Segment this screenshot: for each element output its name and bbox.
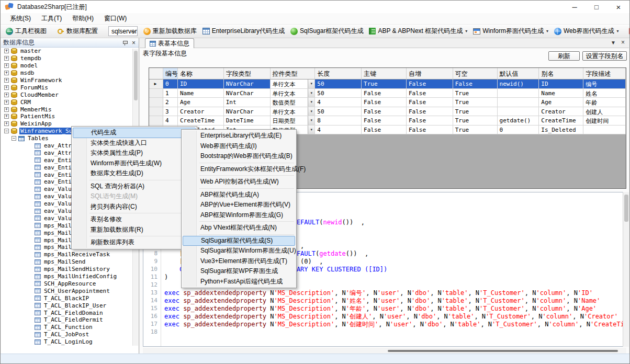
grid-cell[interactable]: 1 (163, 89, 178, 98)
submenu-item[interactable]: SqlSugar框架代码生成(S) (183, 236, 295, 246)
winform-codegen-button[interactable]: Winform界面代码生成 ▾ (471, 26, 550, 37)
submenu-item[interactable]: Web界面代码生成(I) (183, 141, 295, 152)
grid-cell[interactable]: False (362, 98, 407, 107)
expand-icon[interactable]: + (4, 78, 9, 83)
submenu-item[interactable]: Web API控制器代码生成(W) (183, 177, 295, 187)
grid-cell[interactable]: True (362, 79, 407, 89)
submenu-item[interactable]: Python+FastApi后端代码生成 (183, 277, 295, 287)
grid-column-header[interactable]: 编号 (163, 68, 178, 79)
grid-cell[interactable]: 4 (163, 116, 178, 126)
context-menu-item[interactable]: Winform界面代码生成(W) (73, 158, 196, 169)
database-type-select[interactable]: sqlserver ▾ (108, 26, 138, 36)
reload-database-button[interactable]: ↻ 重新加载数据库 (141, 26, 199, 37)
tree-item[interactable]: +ForumMis (1, 84, 139, 91)
grid-cell[interactable]: Int (224, 98, 271, 107)
grid-cell[interactable]: 50 (315, 89, 362, 98)
grid-cell[interactable]: 单行文本▾ (271, 107, 316, 117)
expand-icon[interactable]: + (4, 107, 9, 112)
menu-help[interactable]: 帮助(H) (67, 13, 99, 25)
pin-icon[interactable] (122, 40, 128, 46)
web-codegen-button[interactable]: Web界面代码生成 ▾ (552, 26, 621, 37)
grid-cell[interactable]: False (407, 79, 453, 89)
sql-vertical-scrollbar[interactable] (623, 192, 629, 347)
tab-list-dropdown-icon[interactable]: ▼ (611, 40, 616, 46)
row-selector-cell[interactable] (149, 107, 163, 117)
combo-dropdown-icon[interactable]: ▾ (308, 98, 314, 107)
abp-button[interactable]: ABP & ABPNext 框架代码生成 ▾ (367, 26, 469, 37)
submenu-item[interactable]: Bootstrap的Web界面代码生成(B) (183, 151, 295, 162)
grid-cell[interactable]: CreateTime (178, 116, 224, 126)
grid-cell[interactable]: 数值类型▾ (271, 98, 316, 107)
grid-cell[interactable]: False (407, 126, 453, 135)
combo-dropdown-icon[interactable]: ▾ (308, 126, 314, 134)
grid-column-header[interactable]: 默认值 (498, 68, 539, 79)
tree-item[interactable]: T_ACL_Function (1, 324, 139, 331)
grid-column-header[interactable]: 名称 (178, 68, 224, 79)
grid-cell[interactable]: 单行文本▾ (271, 89, 316, 98)
tree-item[interactable]: +master (1, 48, 139, 55)
grid-cell[interactable]: Name (178, 89, 224, 98)
expand-icon[interactable]: + (4, 71, 9, 75)
grid-row[interactable]: 1NameNVarChar单行文本▾50FalseFalseTrueName姓名 (149, 89, 626, 98)
row-selector-cell[interactable] (149, 98, 163, 107)
grid-cell[interactable]: NVarChar (224, 79, 271, 89)
grid-column-header[interactable]: 可空 (453, 68, 498, 79)
tree-item[interactable]: +CloudMember (1, 91, 139, 98)
combo-dropdown-icon[interactable]: ▾ (308, 89, 314, 98)
tree-item[interactable]: T_ACL_BlackIP (1, 294, 139, 302)
grid-column-header[interactable]: 字段描述 (583, 68, 626, 79)
grid-cell[interactable]: True (453, 126, 498, 135)
tree-item[interactable]: mps_MailUnifiedConfig (1, 273, 139, 280)
grid-column-header[interactable]: 字段类型 (224, 68, 271, 79)
grid-cell[interactable] (498, 107, 539, 117)
tree-item[interactable]: +msdb (1, 70, 139, 77)
context-menu-item[interactable]: 实体类生成快速入口▶ (73, 138, 196, 149)
grid-row[interactable]: ►0IDNVarChar单行文本▾50TrueFalseFalsenewid()… (149, 79, 626, 89)
context-menu-item[interactable]: 代码生成▶ (73, 128, 196, 138)
grid-cell[interactable]: 编号 (583, 79, 626, 89)
grid-column-header[interactable]: 别名 (539, 68, 583, 79)
grid-cell[interactable]: False (453, 79, 498, 89)
tree-item[interactable]: T_ACL_LoginLog (1, 338, 139, 345)
grid-column-header[interactable]: 长度 (315, 68, 362, 79)
expand-icon[interactable]: + (4, 85, 9, 90)
grid-cell[interactable]: NVarChar (224, 89, 271, 98)
tree-item[interactable]: T_ACL_JobPost (1, 331, 139, 338)
grid-cell[interactable]: True (453, 89, 498, 98)
tree-item[interactable]: T_ACL_FieldPermit (1, 316, 139, 324)
context-menu-item[interactable]: 重新加载数据库(R) (73, 225, 196, 235)
grid-cell[interactable]: True (453, 107, 498, 117)
grid-cell[interactable] (583, 126, 626, 135)
context-menu-item[interactable]: SQL 查询分析器(A) (73, 181, 196, 192)
submenu-item[interactable]: EntityFramework实体框架代码生成(F) (183, 164, 295, 175)
tree-scrollbar-thumb[interactable] (134, 51, 138, 100)
context-menu-item[interactable]: 刷新数据库列表 (73, 237, 196, 248)
grid-cell[interactable] (498, 89, 539, 98)
grid-cell[interactable]: 8 (315, 116, 362, 126)
grid-cell[interactable]: 50 (315, 107, 362, 117)
menu-window[interactable]: 窗口(W) (99, 13, 132, 25)
collapse-icon[interactable]: − (4, 129, 9, 133)
context-menu-item[interactable]: 数据库文档生成(D) (73, 168, 196, 179)
submenu-item[interactable]: ABP的Vue+Element界面代码(V) (183, 200, 295, 210)
tree-item[interactable]: +PatientMis (1, 113, 139, 120)
context-menu-item[interactable]: 表别名修改 (73, 214, 196, 225)
grid-cell[interactable]: CreateTime (539, 116, 583, 126)
grid-row[interactable]: 2AgeInt数值类型▾4FalseFalseTrueAge年龄 (149, 98, 626, 107)
tree-item[interactable]: +WinFramework (1, 77, 139, 84)
grid-cell[interactable]: NVarChar (224, 107, 271, 117)
grid-cell[interactable]: 0 (498, 126, 539, 135)
submenu-item[interactable]: SqlSugar框架WPF界面生成 (183, 266, 295, 277)
grid-cell[interactable]: 50 (315, 79, 362, 89)
grid-cell[interactable]: False (407, 107, 453, 117)
tree-item[interactable]: T_ACL_FieldDomain (1, 309, 139, 316)
grid-cell[interactable]: DateTime (224, 116, 271, 126)
grid-column-header[interactable]: 自增 (407, 68, 453, 79)
tree-item[interactable]: +model (1, 62, 139, 70)
grid-cell[interactable]: False (362, 126, 407, 135)
grid-cell[interactable]: 0 (163, 79, 178, 89)
grid-cell[interactable]: getdate() (498, 116, 539, 126)
submenu-item[interactable]: SqlSugar框架Winform界面生成(U) (183, 246, 295, 256)
combo-dropdown-icon[interactable]: ▾ (308, 79, 314, 88)
grid-cell[interactable]: 4 (315, 126, 362, 135)
